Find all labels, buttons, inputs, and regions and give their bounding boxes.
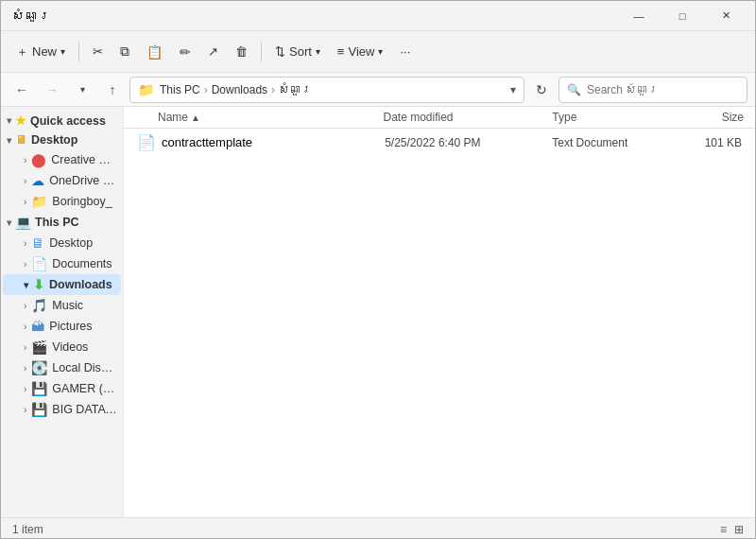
name-sort-icon: ▲ [191, 113, 200, 123]
sidebar-item-local-disk[interactable]: › 💽 Local Disk (C:) [3, 357, 121, 378]
boringboy-folder-icon: 📁 [31, 194, 47, 209]
toolbar-separator-2 [261, 43, 262, 61]
window-title: សំណួរ [12, 9, 51, 23]
breadcrumb-chevron-icon[interactable]: ▾ [510, 83, 516, 96]
file-list-header: Name ▲ Date modified Type Size [124, 107, 755, 129]
cut-button[interactable]: ✂ [85, 37, 111, 67]
column-header-date[interactable]: Date modified [383, 111, 552, 124]
window-controls: — □ ✕ [617, 1, 747, 31]
onedrive-label: OneDrive - Pers [49, 174, 117, 187]
view-details-icon[interactable]: ≡ [720, 523, 727, 536]
delete-button[interactable]: 🗑 [228, 37, 255, 67]
column-header-size[interactable]: Size [665, 111, 755, 124]
sidebar-item-boringboy[interactable]: › 📁 Boringboy_ [3, 191, 121, 212]
column-header-name[interactable]: Name ▲ [124, 111, 383, 124]
breadcrumb-sep-2: › [271, 83, 275, 96]
status-bar-right: ≡ ⊞ [720, 523, 744, 536]
breadcrumb[interactable]: 📁 This PC › Downloads › សំណួរ ▾ [129, 77, 524, 103]
sidebar-item-gamer-d[interactable]: › 💾 GAMER (D:) [3, 378, 121, 399]
sidebar-item-bigdata-e[interactable]: › 💾 BIG DATA (E:) [3, 399, 121, 420]
close-button[interactable]: ✕ [704, 1, 747, 31]
search-bar[interactable]: 🔍 [558, 77, 747, 103]
toolbar: ＋ New ▾ ✂ ⧉ 📋 ✏ ↗ 🗑 ⇅ Sort ▾ ≡ View ▾ ··… [1, 31, 755, 73]
music-label: Music [52, 299, 83, 312]
onedrive-icon: ☁ [31, 173, 44, 188]
item-count: 1 item [12, 523, 43, 536]
copy-button[interactable]: ⧉ [112, 37, 137, 67]
pictures-label: Pictures [49, 320, 92, 333]
sidebar-item-desktop2[interactable]: › 🖥 Desktop [3, 233, 121, 253]
sidebar-item-quick-access[interactable]: ▾ ★ Quick access [1, 111, 123, 130]
new-icon: ＋ [16, 43, 28, 61]
cut-icon: ✂ [93, 44, 103, 59]
minimize-button[interactable]: — [617, 1, 661, 31]
back-button[interactable]: ← [9, 77, 35, 103]
creative-cloud-icon: ⬤ [31, 152, 46, 167]
breadcrumb-thispc[interactable]: This PC [160, 83, 200, 96]
documents-chevron-icon: › [24, 259, 26, 270]
quick-access-chevron-icon: ▾ [7, 115, 11, 126]
pictures-chevron-icon: › [24, 322, 26, 332]
new-chevron-icon: ▾ [60, 46, 65, 57]
desktop2-icon: 🖥 [31, 235, 44, 251]
file-icon: 📄 [137, 133, 156, 151]
sidebar-item-pictures[interactable]: › 🏔 Pictures [3, 316, 121, 337]
view-button[interactable]: ≡ View ▾ [330, 37, 391, 67]
view-tiles-icon[interactable]: ⊞ [734, 523, 744, 536]
sort-button[interactable]: ⇅ Sort ▾ [267, 37, 328, 67]
this-pc-chevron-icon: ▾ [7, 217, 11, 228]
local-disk-icon: 💽 [31, 360, 47, 375]
share-icon: ↗ [208, 44, 218, 59]
table-row[interactable]: 📄 contracttemplate 5/25/2022 6:40 PM Tex… [126, 130, 753, 155]
more-icon: ··· [400, 44, 410, 59]
desktop2-chevron-icon: › [24, 238, 26, 249]
file-date-modified: 5/25/2022 6:40 PM [385, 136, 552, 149]
breadcrumb-current[interactable]: សំណួរ [279, 83, 312, 96]
sidebar: ▾ ★ Quick access ▾ 🖥 Desktop › ⬤ Creativ… [1, 107, 124, 517]
new-button[interactable]: ＋ New ▾ [9, 37, 73, 67]
quick-access-label: Quick access [30, 114, 106, 128]
share-button[interactable]: ↗ [200, 37, 226, 67]
downloads-chevron-icon: ▾ [24, 280, 28, 290]
refresh-button[interactable]: ↻ [528, 77, 555, 103]
local-disk-label: Local Disk (C:) [52, 361, 117, 374]
type-header-label: Type [552, 111, 576, 124]
search-input[interactable] [587, 83, 739, 96]
bigdata-e-label: BIG DATA (E:) [52, 403, 117, 416]
paste-button[interactable]: 📋 [139, 37, 170, 67]
sidebar-item-music[interactable]: › 🎵 Music [3, 295, 121, 316]
breadcrumb-downloads[interactable]: Downloads [212, 83, 267, 96]
sidebar-item-onedrive[interactable]: › ☁ OneDrive - Pers [3, 170, 121, 191]
sidebar-item-this-pc-header[interactable]: ▾ 💻 This PC [1, 212, 123, 233]
local-disk-chevron-icon: › [24, 363, 26, 374]
copy-icon: ⧉ [120, 43, 129, 60]
sidebar-item-videos[interactable]: › 🎬 Videos [3, 337, 121, 357]
creative-cloud-label: Creative Cloud [51, 153, 117, 166]
quick-access-star-icon: ★ [15, 113, 26, 128]
view-chevron-icon: ▾ [378, 46, 383, 57]
sidebar-item-downloads[interactable]: ▾ ⬇ Downloads [3, 274, 121, 295]
this-pc-label: This PC [35, 216, 79, 229]
maximize-button[interactable]: □ [661, 1, 704, 31]
forward-button[interactable]: → [39, 77, 65, 103]
column-header-type[interactable]: Type [552, 111, 664, 124]
sidebar-item-documents[interactable]: › 📄 Documents [3, 253, 121, 274]
sidebar-item-creative-cloud[interactable]: › ⬤ Creative Cloud [3, 149, 121, 170]
dropdown-button[interactable]: ▾ [69, 77, 95, 103]
sidebar-item-desktop-header[interactable]: ▾ 🖥 Desktop [1, 130, 123, 149]
videos-icon: 🎬 [31, 339, 47, 355]
up-button[interactable]: ↑ [99, 77, 126, 103]
rename-button[interactable]: ✏ [172, 37, 198, 67]
file-list: Name ▲ Date modified Type Size 📄 contrac… [124, 107, 755, 517]
onedrive-chevron-icon: › [24, 176, 26, 186]
videos-label: Videos [52, 340, 88, 354]
address-bar: ← → ▾ ↑ 📁 This PC › Downloads › សំណួរ ▾ … [1, 73, 755, 107]
status-bar: 1 item ≡ ⊞ [1, 517, 755, 539]
breadcrumb-sep-1: › [204, 83, 208, 96]
title-bar: សំណួរ — □ ✕ [1, 1, 755, 31]
downloads-label: Downloads [49, 278, 112, 291]
downloads-icon: ⬇ [33, 277, 44, 292]
breadcrumb-folder-icon: 📁 [138, 82, 154, 97]
more-button[interactable]: ··· [392, 37, 418, 67]
music-icon: 🎵 [31, 298, 47, 313]
